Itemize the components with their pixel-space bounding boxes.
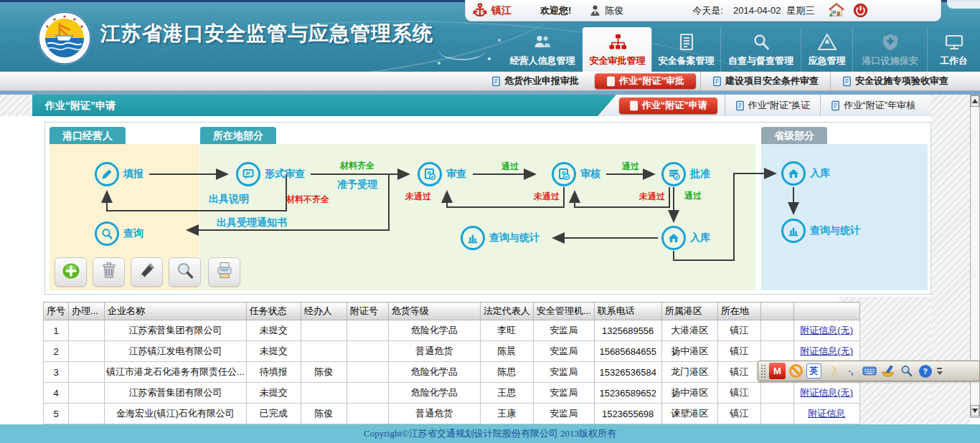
- table-cell: 1: [44, 320, 69, 341]
- ime-language-bar[interactable]: M英☽·,?: [758, 361, 980, 381]
- print-button[interactable]: [208, 257, 240, 287]
- house-icon: [661, 226, 686, 250]
- nav-tab-3[interactable]: 安全备案管理: [651, 27, 720, 72]
- delete-icon: [98, 260, 120, 285]
- table-row[interactable]: 2江苏镇江发电有限公司未提交普通危货陈晨安监局15685684655扬中港区镇江…: [44, 341, 860, 362]
- group-label: 所在地部分: [200, 127, 276, 144]
- page-tab-3[interactable]: 作业“附证”年审核: [820, 95, 925, 116]
- house-icon: [781, 161, 806, 186]
- column-header[interactable]: [760, 303, 793, 320]
- column-header[interactable]: 所在地: [717, 303, 760, 320]
- english-mode-icon[interactable]: 英: [806, 363, 821, 378]
- column-header[interactable]: 安全管理机...: [533, 303, 594, 320]
- edge-label: 通过: [622, 161, 639, 173]
- subnav-item-2[interactable]: 作业“附证”审批: [595, 73, 696, 89]
- logout-power-icon[interactable]: [853, 3, 868, 18]
- flow-node-label: 填报: [123, 168, 143, 181]
- half-moon-icon[interactable]: ☽: [824, 363, 840, 379]
- add-icon: [60, 260, 83, 285]
- license-info-link[interactable]: 附证信息(无): [800, 325, 853, 335]
- anchor-icon: [473, 2, 487, 19]
- table-row[interactable]: 5金海宏业(镇江)石化有限公司已完成陈俊普通危货王康安监局1523655698谏…: [44, 404, 860, 424]
- edge-label: 通过: [684, 190, 702, 202]
- table-row[interactable]: 3镇江市港龙石化港务有限责任公...待填报陈俊危险化学品陈思安监局1532653…: [44, 362, 860, 383]
- review-icon: [552, 162, 576, 186]
- table-cell: 镇江市港龙石化港务有限责任公...: [105, 362, 247, 383]
- column-header[interactable]: 企业名称: [105, 303, 247, 320]
- group-label: 港口经营人: [50, 127, 126, 144]
- soft-keyboard-icon[interactable]: [861, 363, 877, 379]
- table-cell: 危险化学品: [388, 320, 480, 341]
- license-info-link[interactable]: 附证信息(无): [800, 387, 853, 398]
- page-title: 作业“附证”申请: [45, 95, 116, 116]
- scroll-up-button[interactable]: [971, 95, 979, 107]
- license-info-link[interactable]: 附证信息(无): [800, 346, 853, 356]
- table-cell: 扬中港区: [661, 383, 717, 404]
- subnav-item-1[interactable]: 危货作业申报审批: [480, 72, 590, 91]
- column-header[interactable]: 联系电话: [594, 303, 661, 320]
- column-header[interactable]: 经办人: [301, 303, 347, 320]
- table-row[interactable]: 1江苏索普集团有限公司未提交危险化学品李旺安监局1325689556大港港区镇江…: [44, 320, 860, 341]
- table-cell: 镇江: [717, 383, 760, 404]
- page-title-bar: 作业“附证”申请 作业“附证”申请作业“附证”换证作业“附证”年审核: [32, 95, 931, 116]
- table-cell: 镇江: [717, 320, 760, 341]
- table-cell: 已完成: [246, 404, 301, 424]
- flow-node-warehouse-local: 入库: [661, 226, 710, 250]
- column-header[interactable]: 序号: [44, 303, 69, 320]
- nav-tab-7[interactable]: 工作台: [927, 27, 980, 72]
- toolbox-icon[interactable]: [880, 363, 896, 379]
- column-header[interactable]: 办理...: [69, 303, 105, 320]
- edit-button[interactable]: [131, 257, 163, 287]
- m-logo-icon[interactable]: M: [769, 363, 786, 379]
- scroll-down-button[interactable]: [971, 405, 979, 416]
- page-tab-2[interactable]: 作业“附证”换证: [725, 95, 821, 116]
- prohibited-icon[interactable]: [788, 363, 804, 379]
- table-row[interactable]: 4江苏索普集团有限公司未提交危险化学品王思安监局15236589652扬中港区镇…: [44, 383, 860, 404]
- collapse-control[interactable]: [936, 363, 943, 379]
- nav-tab-4[interactable]: 自查与督查管理: [720, 27, 801, 72]
- table-cell: [760, 404, 793, 424]
- delete-button[interactable]: [93, 257, 125, 287]
- decorative-swirl: [439, 42, 485, 60]
- table-cell: 普通危货: [388, 404, 480, 424]
- table-cell: [69, 362, 105, 383]
- edge-label: 未通过: [534, 191, 560, 203]
- table-cell: 王康: [480, 404, 533, 424]
- nav-tab-2[interactable]: 安全审批管理: [583, 27, 651, 72]
- license-info-link[interactable]: 附证信息: [808, 408, 845, 419]
- sub-nav: 危货作业申报审批作业“附证”审批建设项目安全条件审查安全设施专项验收审查: [0, 72, 980, 91]
- column-header[interactable]: 法定代表人: [480, 303, 533, 320]
- subnav-item-label: 建设项目安全条件审查: [725, 75, 819, 87]
- punctuation-icon[interactable]: ·,: [842, 363, 859, 379]
- weekday: 星期三: [786, 4, 814, 17]
- nav-tab-label: 经营人信息管理: [510, 54, 575, 67]
- drag-grip: [760, 364, 767, 378]
- subnav-item-3[interactable]: 建设项目安全条件审查: [700, 72, 830, 91]
- nav-tab-6[interactable]: 港口设施保安: [852, 27, 927, 72]
- subnav-item-4[interactable]: 安全设施专项验收审查: [830, 72, 960, 91]
- page-tab-label: 作业“附证”申请: [642, 99, 707, 112]
- table-cell: 5: [44, 404, 69, 424]
- search-icon: [174, 260, 196, 285]
- main-nav: 经营人信息管理安全审批管理安全备案管理自查与督查管理应急管理港口设施保安工作台: [502, 27, 980, 72]
- table-cell: 普通危货: [388, 341, 480, 362]
- records-table: 序号办理...企业名称任务状态经办人附证号危货等级法定代表人安全管理机...联系…: [43, 302, 860, 424]
- column-header[interactable]: 所属港区: [661, 303, 717, 320]
- column-header[interactable]: 危货等级: [388, 303, 480, 320]
- column-header[interactable]: 任务状态: [246, 303, 301, 320]
- nav-tab-5[interactable]: 应急管理: [801, 27, 852, 72]
- home-icon[interactable]: [829, 3, 844, 18]
- add-button[interactable]: [55, 257, 87, 287]
- nav-tab-1[interactable]: 经营人信息管理: [502, 27, 583, 72]
- table-cell: [347, 362, 388, 383]
- workbench-icon: [944, 32, 964, 52]
- column-header[interactable]: [793, 303, 859, 320]
- ime-search-icon[interactable]: [898, 363, 915, 379]
- search-button[interactable]: [169, 257, 201, 287]
- table-cell: 2: [44, 341, 69, 362]
- system-title: 江苏省港口安全监管与应急管理系统: [100, 20, 433, 47]
- help-icon[interactable]: ?: [917, 363, 933, 379]
- column-header[interactable]: 附证号: [347, 303, 388, 320]
- table-cell: 陈俊: [301, 404, 347, 424]
- page-tab-1[interactable]: 作业“附证”申请: [619, 97, 717, 114]
